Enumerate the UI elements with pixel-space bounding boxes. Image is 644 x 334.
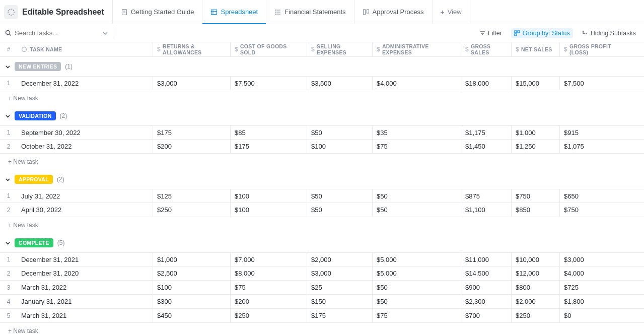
cell-selling[interactable]: $3,000 <box>307 266 373 280</box>
cell-selling[interactable]: $2,000 <box>307 253 373 266</box>
cell-task-name[interactable]: March 31, 2021 <box>17 309 153 322</box>
cell-gross-profit[interactable]: $650 <box>560 189 634 203</box>
group-by-button[interactable]: Group by: Status <box>511 28 573 38</box>
cell-gross-profit[interactable]: $725 <box>560 281 634 294</box>
chevron-down-icon[interactable] <box>5 177 11 182</box>
cell-gross-sales[interactable]: $875 <box>461 189 512 203</box>
tab-approval-process[interactable]: Approval Process <box>354 0 432 24</box>
column-gross-profit[interactable]: $GROSS PROFIT (LOSS) <box>560 42 634 56</box>
cell-selling[interactable]: $3,500 <box>307 77 373 90</box>
cell-net-sales[interactable]: $800 <box>512 281 560 294</box>
cell-returns[interactable]: $125 <box>153 189 231 203</box>
cell-admin[interactable]: $35 <box>373 126 461 139</box>
cell-gross-profit[interactable]: $0 <box>560 309 634 322</box>
cell-returns[interactable]: $300 <box>153 295 231 308</box>
cell-gross-sales[interactable]: $1,450 <box>461 140 512 153</box>
group-header[interactable]: NEW ENTRIES (1) <box>0 57 644 76</box>
table-row[interactable]: 1 December 31, 2021 $1,000 $7,000 $2,000… <box>0 252 644 266</box>
cell-net-sales[interactable]: $10,000 <box>512 253 560 266</box>
cell-cogs[interactable]: $7,500 <box>231 77 307 90</box>
cell-gross-profit[interactable]: $915 <box>560 126 634 139</box>
cell-task-name[interactable]: December 31, 2020 <box>17 266 153 280</box>
cell-net-sales[interactable]: $15,000 <box>512 77 560 90</box>
column-net-sales[interactable]: $NET SALES <box>512 42 560 56</box>
cell-net-sales[interactable]: $2,000 <box>512 295 560 308</box>
new-task-button[interactable]: + New task <box>0 323 644 334</box>
cell-returns[interactable]: $175 <box>153 126 231 139</box>
table-row[interactable]: 1 July 31, 2022 $125 $100 $50 $50 $875 $… <box>0 189 644 203</box>
cell-returns[interactable]: $450 <box>153 309 231 322</box>
cell-gross-sales[interactable]: $1,100 <box>461 203 512 217</box>
chevron-down-icon[interactable] <box>5 240 11 246</box>
cell-cogs[interactable]: $75 <box>231 281 307 294</box>
cell-returns[interactable]: $3,000 <box>153 77 231 90</box>
cell-net-sales[interactable]: $12,000 <box>512 266 560 280</box>
cell-task-name[interactable]: April 30, 2022 <box>17 203 153 217</box>
table-row[interactable]: 4 January 31, 2021 $300 $200 $150 $50 $2… <box>0 295 644 309</box>
column-gross-sales[interactable]: $GROSS SALES <box>461 42 512 56</box>
cell-selling[interactable]: $50 <box>307 203 373 217</box>
cell-cogs[interactable]: $100 <box>231 189 307 203</box>
cell-admin[interactable]: $50 <box>373 295 461 308</box>
table-row[interactable]: 3 March 31, 2022 $100 $75 $25 $50 $900 $… <box>0 281 644 295</box>
cell-net-sales[interactable]: $1,250 <box>512 140 560 153</box>
column-cogs[interactable]: $COST OF GOODS SOLD <box>231 42 307 56</box>
cell-task-name[interactable]: January 31, 2021 <box>17 295 153 308</box>
chevron-down-icon[interactable] <box>103 31 108 36</box>
tab-getting-started[interactable]: Getting Started Guide <box>112 0 202 24</box>
column-admin[interactable]: $ADMINISTRATIVE EXPENSES <box>373 42 461 56</box>
hiding-subtasks-button[interactable]: Hiding Subtasks <box>579 28 639 38</box>
table-row[interactable]: 2 December 31, 2020 $2,500 $8,000 $3,000… <box>0 266 644 281</box>
cell-cogs[interactable]: $175 <box>231 140 307 153</box>
column-hash[interactable]: # <box>0 46 17 52</box>
cell-gross-sales[interactable]: $18,000 <box>461 77 512 90</box>
cell-admin[interactable]: $5,000 <box>373 253 461 266</box>
cell-gross-sales[interactable]: $700 <box>461 309 512 322</box>
cell-admin[interactable]: $4,000 <box>373 77 461 90</box>
cell-task-name[interactable]: July 31, 2022 <box>17 189 153 203</box>
cell-selling[interactable]: $50 <box>307 189 373 203</box>
search-input[interactable] <box>15 29 90 37</box>
cell-admin[interactable]: $50 <box>373 281 461 294</box>
table-row[interactable]: 2 October 31, 2022 $200 $175 $100 $75 $1… <box>0 140 644 154</box>
chevron-down-icon[interactable] <box>5 64 11 70</box>
cell-admin[interactable]: $50 <box>373 189 461 203</box>
cell-task-name[interactable]: September 30, 2022 <box>17 126 153 139</box>
cell-gross-profit[interactable]: $4,000 <box>560 266 634 280</box>
table-row[interactable]: 5 March 31, 2021 $450 $250 $175 $75 $700… <box>0 309 644 323</box>
status-pill[interactable]: VALIDATION <box>15 111 56 120</box>
cell-gross-profit[interactable]: $750 <box>560 203 634 217</box>
chevron-down-icon[interactable] <box>5 113 11 119</box>
cell-returns[interactable]: $2,500 <box>153 266 231 280</box>
group-header[interactable]: APPROVAL (2) <box>0 170 644 189</box>
cell-admin[interactable]: $75 <box>373 140 461 153</box>
cell-gross-sales[interactable]: $2,300 <box>461 295 512 308</box>
cell-returns[interactable]: $250 <box>153 203 231 217</box>
cell-gross-profit[interactable]: $7,500 <box>560 77 634 90</box>
cell-gross-sales[interactable]: $14,500 <box>461 266 512 280</box>
cell-gross-sales[interactable]: $1,175 <box>461 126 512 139</box>
cell-returns[interactable]: $100 <box>153 281 231 294</box>
group-header[interactable]: COMPLETE (5) <box>0 233 644 252</box>
add-view-button[interactable]: + View <box>432 0 470 24</box>
tab-financial-statements[interactable]: Financial Statements <box>266 0 353 24</box>
cell-gross-sales[interactable]: $900 <box>461 281 512 294</box>
cell-returns[interactable]: $200 <box>153 140 231 153</box>
column-task-name[interactable]: TASK NAME <box>17 42 153 56</box>
status-pill[interactable]: NEW ENTRIES <box>15 62 61 71</box>
cell-task-name[interactable]: October 31, 2022 <box>17 140 153 153</box>
cell-gross-profit[interactable]: $1,075 <box>560 140 634 153</box>
cell-admin[interactable]: $75 <box>373 309 461 322</box>
status-pill[interactable]: COMPLETE <box>15 238 53 247</box>
tab-spreadsheet[interactable]: Spreadsheet <box>202 0 266 24</box>
cell-cogs[interactable]: $8,000 <box>231 266 307 280</box>
group-header[interactable]: VALIDATION (2) <box>0 106 644 125</box>
table-row[interactable]: 1 September 30, 2022 $175 $85 $50 $35 $1… <box>0 125 644 140</box>
cell-net-sales[interactable]: $850 <box>512 203 560 217</box>
cell-cogs[interactable]: $7,000 <box>231 253 307 266</box>
cell-selling[interactable]: $150 <box>307 295 373 308</box>
status-pill[interactable]: APPROVAL <box>15 175 53 184</box>
cell-task-name[interactable]: December 31, 2022 <box>17 77 153 90</box>
filter-button[interactable]: Filter <box>476 28 505 38</box>
cell-task-name[interactable]: March 31, 2022 <box>17 281 153 294</box>
